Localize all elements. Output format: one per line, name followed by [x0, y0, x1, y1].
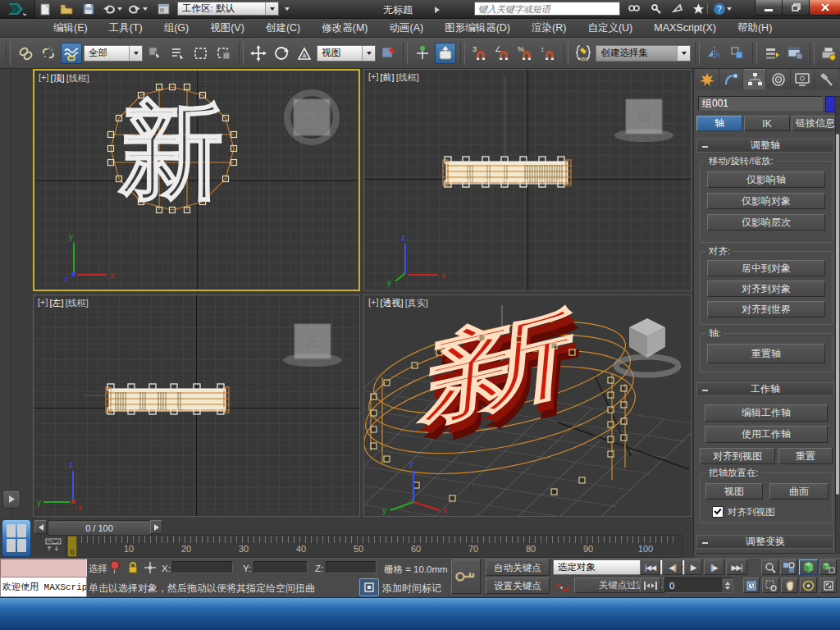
align-to-view-button[interactable]: 对齐到视图 [700, 448, 775, 464]
align-to-view-checkbox[interactable] [712, 506, 724, 518]
select-and-manipulate-icon[interactable] [412, 43, 433, 64]
help-button[interactable]: ? [712, 2, 733, 16]
open-mini-curve-editor-icon[interactable] [43, 536, 64, 553]
current-frame-field[interactable]: 0 [664, 578, 733, 593]
restore-button[interactable] [782, 0, 810, 16]
menu-edit[interactable]: 编辑(E) [43, 19, 98, 38]
pivot-tab-button[interactable]: 轴 [696, 116, 742, 131]
viewport-name-menu[interactable]: [透视] [381, 297, 404, 309]
panel-scrollbar-thumb[interactable] [836, 134, 839, 495]
isolate-selection-button[interactable] [359, 578, 379, 596]
bind-to-space-warp-icon[interactable] [61, 43, 82, 64]
place-surface-button[interactable]: 曲面 [769, 483, 829, 500]
align-icon[interactable] [727, 43, 748, 64]
favorites-star-icon[interactable] [689, 2, 707, 16]
menu-rendering[interactable]: 渲染(R) [521, 19, 577, 38]
place-view-button[interactable]: 视图 [705, 483, 763, 500]
tab-utilities[interactable] [815, 69, 838, 89]
scene-explorer-icon[interactable] [784, 43, 806, 64]
tab-hierarchy[interactable] [743, 69, 766, 89]
tab-motion[interactable] [767, 69, 791, 89]
snaps-toggle-icon[interactable]: 3 [469, 43, 491, 64]
viewcube[interactable]: 前 [614, 99, 673, 142]
undo-dropdown-arrow[interactable] [116, 2, 124, 16]
zoom-all-icon[interactable] [780, 559, 797, 575]
affect-object-only-button[interactable]: 仅影响对象 [707, 193, 825, 209]
window-crossing-icon[interactable] [213, 43, 235, 64]
maxscript-listener-pink[interactable] [0, 559, 87, 578]
overflow-arrow[interactable] [432, 2, 442, 17]
edit-working-pivot-button[interactable]: 编辑工作轴 [705, 404, 828, 422]
workspace-switcher-icon[interactable] [154, 2, 172, 16]
viewport-front[interactable]: 前 z x y [+] [前] [线框] [363, 69, 692, 291]
previous-frame-button[interactable]: ◀|| [662, 559, 682, 575]
menu-group[interactable]: 组(G) [153, 19, 200, 38]
menu-create[interactable]: 创建(C) [255, 19, 311, 38]
panel-scrollbar-track[interactable] [835, 96, 840, 554]
close-button[interactable] [809, 0, 840, 16]
tab-modify[interactable] [719, 69, 743, 89]
tab-create[interactable] [696, 69, 719, 89]
reference-coordinate-dropdown[interactable]: 视图 [317, 45, 376, 62]
expand-panel-button[interactable] [2, 490, 21, 509]
communication-center-icon[interactable] [647, 2, 665, 16]
maxscript-listener-white[interactable]: 欢迎使用 MAXScript [0, 577, 87, 597]
menu-views[interactable]: 视图(V) [199, 19, 255, 38]
redo-dropdown-arrow[interactable] [141, 2, 149, 16]
menu-maxscript[interactable]: MAXScript(X) [643, 19, 727, 38]
reset-working-pivot-button[interactable]: 重置 [778, 448, 833, 464]
key-mode-toggle[interactable] [640, 578, 661, 593]
viewport-menu-plus[interactable]: [+] [368, 71, 379, 84]
menu-graph-editors[interactable]: 图形编辑器(D) [434, 19, 521, 38]
tab-display[interactable] [791, 69, 815, 89]
edit-named-selection-sets-icon[interactable]: ABC [573, 43, 594, 64]
viewport-menu-plus[interactable]: [+] [38, 297, 48, 309]
frame-spinner[interactable] [721, 578, 733, 592]
viewport-shading-menu[interactable]: [真实] [405, 297, 428, 309]
zoom-region-icon[interactable] [762, 578, 779, 593]
time-slider-prev-button[interactable] [34, 520, 47, 534]
minimize-button[interactable] [755, 0, 783, 16]
viewcube[interactable]: 左 [283, 324, 342, 367]
go-to-start-button[interactable]: |◀◀ [640, 559, 660, 575]
maximize-viewport-toggle[interactable] [819, 578, 837, 593]
key-curve-icon[interactable] [553, 578, 573, 593]
add-time-tag[interactable]: 添加时间标记 [382, 582, 441, 596]
zoom-extents-all-icon[interactable] [819, 559, 837, 575]
center-to-object-button[interactable]: 居中到对象 [707, 260, 825, 276]
set-keys-button[interactable] [451, 559, 481, 594]
time-slider-next-button[interactable] [150, 520, 162, 534]
toolbar-options-arrow[interactable] [281, 2, 293, 16]
align-to-object-button[interactable]: 对齐到对象 [707, 281, 825, 297]
adjust-transform-rollout-header[interactable]: 调整变换 [696, 535, 834, 549]
select-by-name-icon[interactable] [167, 43, 189, 64]
use-working-pivot-button[interactable]: 使用工作轴 [705, 426, 828, 443]
angle-snap-icon[interactable]: ∠ [492, 43, 514, 64]
affect-pivot-only-button[interactable]: 仅影响轴 [707, 171, 825, 188]
search-icon[interactable] [625, 2, 643, 16]
time-marker[interactable]: 0 [67, 536, 77, 557]
viewport-perspective[interactable]: 新 新 新 z x [363, 294, 692, 517]
viewcube[interactable]: 顶 [287, 93, 336, 142]
workspace-dropdown[interactable]: 工作区: 默认 [177, 2, 279, 16]
selection-filter-arrow[interactable] [129, 46, 142, 61]
named-selection-set-arrow[interactable] [677, 46, 690, 61]
x-coord-field[interactable] [172, 561, 233, 573]
play-button[interactable]: ▶ [684, 559, 702, 575]
viewport-name-menu[interactable]: [前] [381, 71, 395, 84]
orbit-icon[interactable] [800, 578, 817, 593]
viewport-name-menu[interactable]: [顶] [51, 72, 65, 84]
ik-tab-button[interactable]: IK [744, 116, 790, 131]
viewport-top[interactable]: 新 顶 y x z [+] [顶] [线框] [33, 69, 360, 291]
track-bar[interactable]: 0 10 20 30 40 50 60 70 80 90 100 0 [66, 535, 682, 558]
render-setup-icon[interactable] [819, 43, 840, 64]
pan-hand-icon[interactable] [781, 578, 798, 593]
reset-pivot-button[interactable]: 重置轴 [707, 344, 825, 363]
rectangular-selection-region-icon[interactable] [190, 43, 212, 64]
select-and-link-icon[interactable] [15, 43, 36, 64]
zoom-icon[interactable] [761, 559, 778, 575]
percent-snap-icon[interactable]: % [515, 43, 536, 64]
viewport-name-menu[interactable]: [左] [50, 297, 64, 309]
named-selection-set-dropdown[interactable]: 创建选择集 [596, 45, 691, 62]
save-button[interactable] [80, 2, 98, 16]
